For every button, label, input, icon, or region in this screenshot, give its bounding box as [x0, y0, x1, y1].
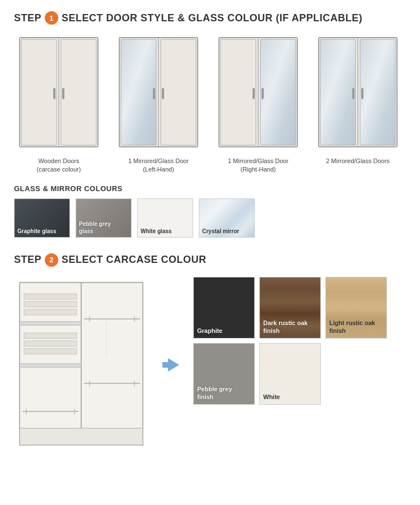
- glass-swatch-graphite[interactable]: Graphite glass: [14, 198, 70, 238]
- door-style-mirror-both[interactable]: 2 Mirrored/Glass Doors: [313, 35, 403, 174]
- carcase-colours-container: Graphite Dark rustic oakfinish Light rus…: [193, 277, 387, 405]
- svg-rect-14: [260, 39, 296, 145]
- door-styles-row: Wooden Doors(carcase colour) 1 Mirrored/…: [14, 35, 406, 174]
- svg-rect-8: [161, 39, 196, 145]
- svg-rect-39: [24, 341, 77, 346]
- step1-prefix: STEP: [14, 12, 41, 24]
- step1-suffix: SELECT DOOR STYLE & GLASS COLOUR (If App…: [62, 12, 362, 24]
- door-style-mirror-left[interactable]: 1 Mirrored/Glass Door(Left-Hand): [114, 35, 203, 174]
- carcase-swatch-graphite[interactable]: Graphite: [193, 277, 255, 339]
- wooden-doors-label: Wooden Doors(carcase colour): [37, 157, 81, 174]
- door-style-wooden[interactable]: Wooden Doors(carcase colour): [14, 35, 104, 174]
- svg-rect-15: [253, 88, 255, 99]
- door-style-mirror-right[interactable]: 1 Mirrored/Glass Door(Right-Hand): [213, 35, 303, 174]
- svg-rect-16: [262, 88, 264, 99]
- mirror-left-label: 1 Mirrored/Glass Door(Left-Hand): [128, 157, 189, 174]
- svg-rect-38: [24, 333, 77, 339]
- dark-rustic-oak-label: Dark rustic oakfinish: [263, 319, 307, 335]
- white-glass-label: White glass: [141, 228, 172, 235]
- carcase-swatch-dark-oak[interactable]: Dark rustic oakfinish: [259, 277, 321, 339]
- glass-colours-row: Graphite glass Pebble greyglass White gl…: [14, 198, 406, 238]
- light-rustic-oak-label: Light rustic oakfinish: [329, 319, 375, 335]
- step1-heading: STEP 1 SELECT DOOR STYLE & GLASS COLOUR …: [14, 11, 406, 25]
- glass-swatch-pebble[interactable]: Pebble greyglass: [76, 198, 132, 238]
- svg-rect-13: [221, 39, 256, 145]
- svg-rect-9: [153, 88, 155, 99]
- wooden-doors-icon: [17, 35, 101, 152]
- mirror-both-icon: [316, 35, 400, 152]
- carcase-row: Graphite Dark rustic oakfinish Light rus…: [14, 277, 406, 453]
- graphite-glass-label: Graphite glass: [17, 228, 56, 235]
- step2-suffix: SELECT CARCASE COLOUR: [62, 254, 207, 266]
- mirror-right-label: 1 Mirrored/Glass Door(Right-Hand): [228, 157, 288, 174]
- step2-circle: 2: [45, 253, 58, 267]
- svg-rect-4: [62, 88, 64, 99]
- svg-rect-36: [24, 302, 77, 307]
- svg-rect-27: [20, 364, 81, 367]
- svg-rect-7: [121, 39, 156, 145]
- carcase-illustration: [14, 277, 148, 453]
- carcase-swatch-light-oak[interactable]: Light rustic oakfinish: [325, 277, 387, 339]
- svg-rect-1: [21, 39, 57, 145]
- glass-section-title: GLASS & MIRROR COLOURS: [14, 184, 406, 193]
- carcase-swatch-pebble-grey[interactable]: Pebble greyfinish: [193, 343, 255, 405]
- wardrobe-interior-icon: [14, 277, 148, 451]
- svg-rect-19: [320, 39, 356, 145]
- glass-swatch-white[interactable]: White glass: [137, 198, 193, 238]
- pebble-grey-finish-label: Pebble greyfinish: [197, 385, 232, 401]
- step1-circle: 1: [45, 11, 58, 25]
- svg-rect-21: [352, 88, 354, 99]
- svg-rect-26: [20, 322, 81, 325]
- graphite-label: Graphite: [197, 327, 222, 335]
- svg-rect-20: [360, 39, 395, 145]
- svg-rect-10: [162, 88, 164, 99]
- mirror-right-icon: [216, 35, 300, 152]
- svg-rect-44: [20, 428, 143, 445]
- svg-rect-22: [361, 88, 363, 99]
- glass-swatch-crystal[interactable]: Crystal mirror: [199, 198, 255, 238]
- pebble-grey-glass-label: Pebble greyglass: [79, 220, 111, 235]
- white-label: White: [263, 393, 280, 401]
- svg-rect-3: [53, 88, 55, 99]
- svg-rect-37: [24, 309, 77, 315]
- crystal-mirror-label: Crystal mirror: [202, 228, 239, 235]
- svg-rect-40: [24, 349, 77, 354]
- mirror-both-label: 2 Mirrored/Glass Doors: [326, 157, 390, 165]
- arrow-icon: [160, 356, 182, 373]
- svg-rect-35: [24, 294, 77, 299]
- carcase-swatch-white[interactable]: White: [259, 343, 321, 405]
- svg-rect-2: [61, 39, 96, 145]
- svg-marker-45: [162, 358, 179, 372]
- mirror-left-icon: [116, 35, 200, 152]
- arrow-container: [160, 356, 182, 373]
- carcase-row-1: Graphite Dark rustic oakfinish Light rus…: [193, 277, 387, 339]
- step2-prefix: STEP: [14, 254, 41, 266]
- step2-heading: STEP 2 SELECT CARCASE COLOUR: [14, 253, 406, 267]
- carcase-row-2: Pebble greyfinish White: [193, 343, 387, 405]
